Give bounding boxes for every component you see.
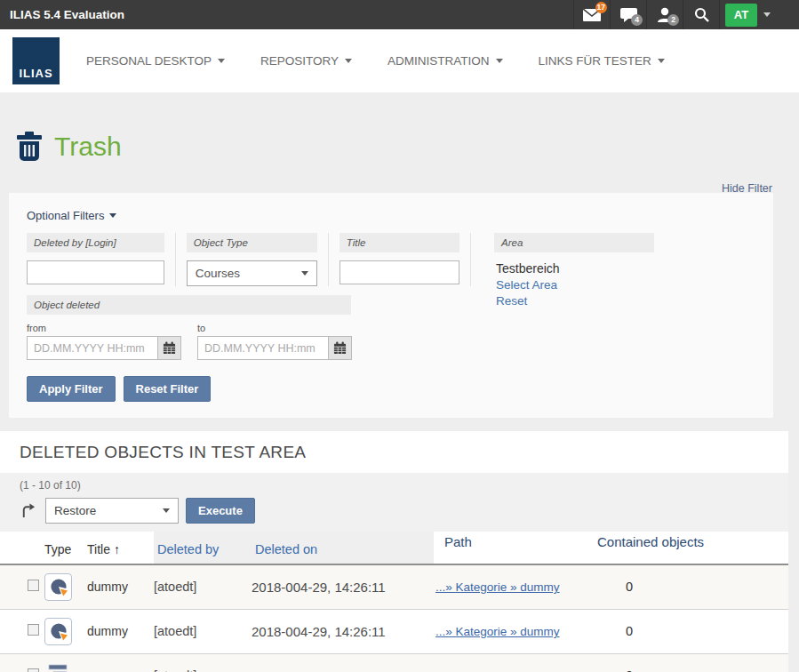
filter-label: Area [494, 233, 654, 252]
filter-field-object-deleted: Object deleted from [27, 295, 471, 360]
sort-ascending-icon: ↑ [114, 542, 120, 556]
row-checkbox[interactable] [28, 580, 39, 591]
users-badge: 2 [667, 14, 679, 26]
chevron-down-icon [163, 508, 170, 513]
table-toolbar: (1 - 10 of 10) Restore Execute [0, 473, 788, 532]
hide-filter-link[interactable]: Hide Filter [722, 182, 772, 195]
row-title: gg [87, 653, 154, 672]
chevron-down-icon [658, 59, 665, 63]
filter-panel: Optional Filters Deleted by [Login] Obje… [9, 193, 773, 418]
from-label: from [27, 323, 181, 333]
nav-item-label: ADMINISTRATION [388, 54, 490, 68]
column-header-deleted-on[interactable]: Deleted on [252, 532, 434, 564]
ilias-logo[interactable]: ILIAS [12, 37, 60, 84]
hide-filter-row: Hide Filter [0, 162, 799, 193]
row-path-link[interactable]: ...» Kategorie » dummy [435, 625, 560, 638]
filter-field-deleted-by: Deleted by [Login] [27, 233, 176, 286]
row-deleted-on: 2018-004-29, 14:26:11 [252, 564, 434, 609]
filter-field-area: Area Testbereich Select Area Reset [494, 233, 654, 360]
filter-label: Deleted by [Login] [27, 233, 164, 252]
object-type-select[interactable]: Courses [187, 260, 317, 286]
filter-field-object-type: Object Type Courses [187, 233, 329, 286]
course-icon [44, 573, 72, 601]
title-input[interactable] [340, 260, 459, 284]
calendar-to-button[interactable] [329, 336, 352, 360]
main-navbar: ILIAS PERSONAL DESKTOP REPOSITORY ADMINI… [0, 29, 799, 92]
date-from-group: from [27, 323, 181, 360]
mail-button[interactable]: 17 [573, 0, 610, 29]
row-deleted-on: 2018-004-29, 14:26:11 [252, 653, 434, 672]
row-path-link[interactable]: ...» Kategorie » dummy [435, 580, 560, 594]
date-to-group: to [197, 323, 352, 360]
date-to-input[interactable] [197, 336, 329, 360]
column-header-contained-objects: Contained objects [592, 532, 788, 564]
nav-item-administration[interactable]: ADMINISTRATION [388, 54, 503, 68]
nav-item-label: LINKS FÜR TESTER [539, 54, 651, 68]
filter-label: Object Type [187, 233, 317, 252]
selected-action: Restore [54, 504, 96, 517]
nav-item-label: PERSONAL DESKTOP [86, 54, 212, 68]
chevron-down-icon [496, 59, 503, 63]
chevron-down-icon [763, 12, 771, 17]
search-button[interactable] [683, 0, 719, 29]
column-header-label: Title [87, 542, 110, 556]
page-content: Trash Hide Filter Optional Filters Delet… [0, 92, 799, 672]
chat-badge: 4 [631, 14, 643, 26]
user-menu-button[interactable]: AT [719, 0, 776, 29]
nav-item-label: REPOSITORY [260, 54, 339, 68]
calendar-icon [333, 341, 347, 355]
area-reset-link[interactable]: Reset [496, 294, 654, 308]
mail-badge: 17 [595, 2, 607, 13]
filter-field-title: Title [340, 233, 471, 286]
row-checkbox[interactable] [28, 624, 39, 636]
deleted-by-input[interactable] [27, 260, 164, 284]
selected-option: Courses [196, 267, 240, 280]
row-title: dummy [87, 564, 154, 609]
column-header-title[interactable]: Title↑ [87, 532, 154, 564]
reset-filter-button[interactable]: Reset Filter [124, 376, 212, 402]
row-title: dummy [87, 609, 154, 653]
topbar-icon-group: 17 4 2 AT [573, 0, 776, 29]
nav-item-repository[interactable]: REPOSITORY [260, 54, 352, 68]
row-deleted-by: [atoedt] [154, 564, 252, 609]
row-checkbox[interactable] [28, 668, 39, 672]
filter-label: Object deleted [27, 295, 351, 315]
nav-item-links-fuer-tester[interactable]: LINKS FÜR TESTER [539, 54, 665, 68]
row-deleted-by: [atoedt] [154, 653, 252, 672]
chevron-down-icon [345, 59, 352, 63]
table-header-row: Type Title↑ Deleted by Deleted on Path C… [0, 532, 788, 564]
column-header-deleted-by[interactable]: Deleted by [154, 532, 252, 564]
pager-info: (1 - 10 of 10) [20, 479, 769, 492]
row-contained-objects: 0 [592, 653, 788, 672]
table-row: dummy [atoedt] 2018-004-29, 14:26:11 ...… [0, 609, 788, 653]
app-title: ILIAS 5.4 Evaluation [0, 0, 573, 29]
column-header-path: Path [434, 532, 592, 564]
row-deleted-on: 2018-004-29, 14:26:11 [252, 609, 434, 653]
calendar-from-button[interactable] [158, 336, 181, 360]
chevron-down-icon [301, 271, 308, 276]
execute-button[interactable]: Execute [186, 498, 255, 524]
calendar-icon [163, 341, 176, 355]
optional-filters-toggle[interactable]: Optional Filters [27, 209, 116, 222]
chevron-down-icon [109, 213, 116, 218]
page-title: Trash [54, 132, 122, 162]
search-icon [694, 7, 709, 22]
select-area-link[interactable]: Select Area [496, 278, 654, 292]
row-contained-objects: 0 [592, 609, 788, 653]
date-from-input[interactable] [27, 336, 158, 360]
avatar: AT [725, 4, 757, 27]
area-value: Testbereich [496, 261, 654, 276]
chat-button[interactable]: 4 [610, 0, 646, 29]
logo-text: ILIAS [19, 67, 52, 84]
users-button[interactable]: 2 [646, 0, 683, 29]
deleted-objects-table: Type Title↑ Deleted by Deleted on Path C… [0, 532, 788, 672]
trash-icon [16, 132, 43, 162]
action-select[interactable]: Restore [45, 498, 179, 524]
filter-label: Title [340, 233, 459, 252]
apply-filter-button[interactable]: Apply Filter [27, 376, 116, 402]
row-contained-objects: 0 [592, 564, 788, 609]
table-row: gg [atoedt] 2018-004-29, 14:26:11 ...» K… [0, 653, 788, 672]
list-icon [44, 662, 87, 672]
column-header-type: Type [44, 532, 87, 564]
nav-item-personal-desktop[interactable]: PERSONAL DESKTOP [86, 54, 225, 68]
